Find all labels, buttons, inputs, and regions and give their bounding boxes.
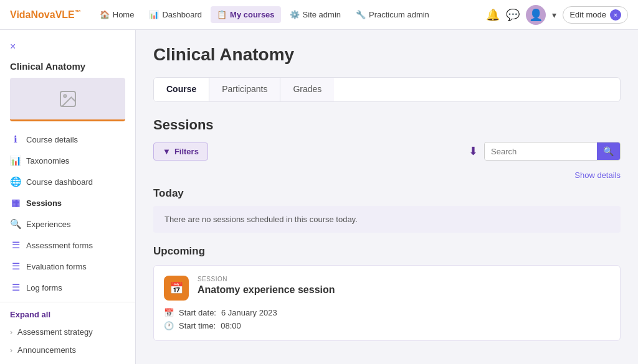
start-date-value: 6 January 2023: [221, 308, 277, 317]
session-meta: 📅 Start date: 6 January 2023 🕐 Start tim…: [164, 308, 610, 330]
sessions-icon: ▦: [10, 197, 21, 208]
sidebar-item-log-forms[interactable]: ☰ Log forms: [0, 277, 135, 298]
nav-site-admin[interactable]: ⚙️ Site admin: [283, 6, 347, 23]
show-details-link[interactable]: Show details: [153, 170, 621, 180]
nav-practicum-admin-label: Practicum admin: [369, 10, 429, 19]
start-time-label: Start time:: [179, 321, 216, 330]
search-input[interactable]: [485, 143, 597, 160]
session-type-icon: 📅: [164, 276, 189, 301]
nav-site-admin-label: Site admin: [303, 10, 341, 19]
filters-label: Filters: [174, 147, 199, 156]
sidebar-item-announcements[interactable]: › Announcements: [0, 341, 135, 359]
sidebar-sessions-label: Sessions: [26, 198, 62, 208]
chevron-right-icon-2: ›: [10, 346, 12, 355]
sidebar-item-assessment-strategy[interactable]: › Assessment strategy: [0, 323, 135, 341]
download-icon: ⬇: [469, 145, 478, 157]
nav-practicum-admin[interactable]: 🔧 Practicum admin: [350, 6, 436, 23]
tabs: Course Participants Grades: [153, 77, 621, 102]
tab-participants[interactable]: Participants: [209, 78, 280, 101]
sidebar-item-course-details[interactable]: ℹ Course details: [0, 129, 135, 150]
search-icon: 🔍: [603, 146, 614, 156]
page-title: Clinical Anatomy: [153, 45, 621, 65]
sidebar-divider: [0, 302, 135, 302]
tab-grades[interactable]: Grades: [280, 78, 334, 101]
sidebar-close-button[interactable]: ×: [0, 36, 135, 57]
home-icon: 🏠: [100, 10, 110, 19]
assessment-forms-icon: ☰: [10, 240, 21, 251]
session-title: Anatomy experience session: [198, 284, 335, 296]
log-forms-icon: ☰: [10, 282, 21, 293]
edit-mode-close-icon[interactable]: ×: [610, 9, 621, 21]
dashboard-icon: 📊: [149, 10, 159, 19]
sidebar-course-image: [10, 78, 125, 121]
search-button[interactable]: 🔍: [597, 142, 620, 160]
notifications-icon[interactable]: 🔔: [486, 8, 500, 22]
top-nav: VidaNovaVLE™ 🏠 Home 📊 Dashboard 📋 My cou…: [0, 0, 638, 30]
site-admin-icon: ⚙️: [290, 10, 300, 19]
edit-mode-button[interactable]: Edit mode ×: [563, 6, 628, 24]
messages-icon[interactable]: 💬: [506, 8, 520, 22]
empty-notice: There are no sessions scheduled in this …: [153, 206, 621, 233]
assessment-strategy-label: Assessment strategy: [17, 327, 93, 337]
session-type-label: SESSION: [198, 276, 335, 282]
sidebar-item-evaluation-forms[interactable]: ☰ Evaluation forms: [0, 256, 135, 277]
practicum-admin-icon: 🔧: [356, 10, 366, 19]
session-info: SESSION Anatomy experience session: [198, 276, 335, 296]
sidebar-course-dashboard-label: Course dashboard: [26, 177, 93, 187]
search-box: 🔍: [484, 142, 621, 161]
layout: × Clinical Anatomy ℹ Course details 📊 Ta…: [0, 30, 638, 364]
nav-home[interactable]: 🏠 Home: [93, 6, 141, 23]
sidebar-assessment-forms-label: Assessment forms: [26, 241, 93, 250]
sidebar-log-forms-label: Log forms: [26, 283, 62, 292]
brand-logo[interactable]: VidaNovaVLE™: [10, 9, 81, 21]
sidebar-item-taxonomies[interactable]: 📊 Taxonomies: [0, 150, 135, 171]
sidebar-item-resources[interactable]: › Resources: [0, 359, 135, 364]
sidebar-taxonomies-label: Taxonomies: [26, 156, 69, 166]
my-courses-icon: 📋: [217, 10, 227, 19]
svg-point-1: [64, 95, 66, 97]
sidebar-item-assessment-forms[interactable]: ☰ Assessment forms: [0, 235, 135, 256]
brand-name: VidaNovaVLE: [10, 9, 75, 20]
filter-icon: ▼: [163, 147, 171, 156]
sidebar-item-course-dashboard[interactable]: 🌐 Course dashboard: [0, 171, 135, 192]
toolbar: ▼ Filters ⬇ 🔍: [153, 142, 621, 161]
taxonomies-icon: 📊: [10, 155, 21, 166]
avatar-chevron-icon[interactable]: ▾: [552, 10, 556, 20]
start-time-row: 🕐 Start time: 08:00: [164, 321, 610, 330]
start-time-value: 08:00: [221, 321, 241, 330]
globe-icon: 🌐: [10, 176, 21, 187]
calendar-icon: 📅: [169, 281, 183, 295]
nav-items: 🏠 Home 📊 Dashboard 📋 My courses ⚙️ Site …: [93, 6, 482, 23]
sidebar-item-sessions[interactable]: ▦ Sessions: [0, 192, 135, 213]
sessions-title: Sessions: [153, 117, 621, 133]
sidebar-course-details-label: Course details: [26, 135, 78, 144]
info-icon: ℹ: [10, 134, 21, 145]
filters-button[interactable]: ▼ Filters: [153, 142, 208, 161]
date-icon: 📅: [164, 308, 174, 317]
evaluation-forms-icon: ☰: [10, 261, 21, 272]
sidebar-expand-all[interactable]: Expand all: [0, 306, 135, 323]
avatar[interactable]: 👤: [526, 5, 546, 25]
nav-dashboard-label: Dashboard: [162, 10, 202, 19]
sidebar-experiences-label: Experiences: [26, 220, 71, 229]
sidebar-evaluation-forms-label: Evaluation forms: [26, 262, 87, 271]
clock-icon: 🕐: [164, 321, 174, 330]
brand-trademark: ™: [75, 9, 81, 16]
sidebar: × Clinical Anatomy ℹ Course details 📊 Ta…: [0, 30, 136, 364]
announcements-label: Announcements: [17, 345, 76, 355]
chevron-right-icon: ›: [10, 328, 12, 337]
upcoming-title: Upcoming: [153, 245, 621, 258]
today-title: Today: [153, 187, 621, 200]
download-button[interactable]: ⬇: [469, 144, 478, 158]
main-content: Clinical Anatomy Course Participants Gra…: [136, 30, 638, 364]
start-date-label: Start date:: [179, 308, 216, 317]
nav-my-courses-label: My courses: [230, 10, 275, 19]
avatar-image: 👤: [529, 8, 543, 22]
nav-home-label: Home: [113, 10, 135, 19]
nav-my-courses[interactable]: 📋 My courses: [211, 6, 281, 23]
sidebar-item-experiences[interactable]: 🔍 Experiences: [0, 213, 135, 235]
tab-course[interactable]: Course: [154, 78, 209, 101]
nav-dashboard[interactable]: 📊 Dashboard: [143, 6, 208, 23]
session-card: 📅 SESSION Anatomy experience session 📅 S…: [153, 265, 621, 341]
session-card-header: 📅 SESSION Anatomy experience session: [164, 276, 610, 301]
